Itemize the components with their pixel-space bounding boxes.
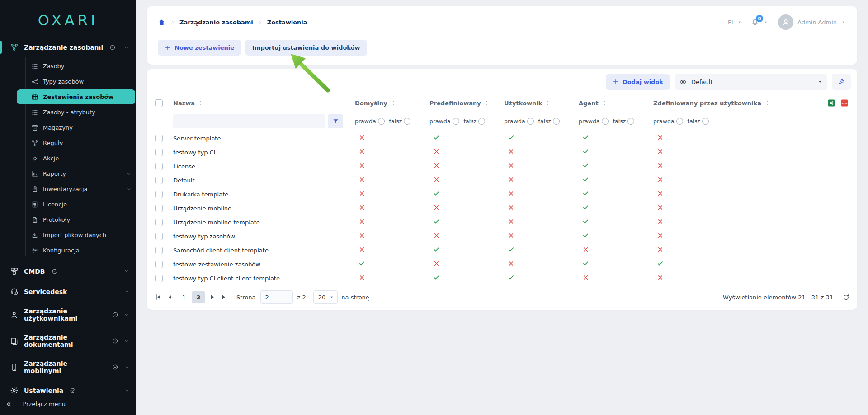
dots-icon[interactable] (545, 100, 551, 106)
sidebar-item-protokoly[interactable]: Protokoły (17, 212, 135, 227)
row-checkbox[interactable] (155, 219, 163, 226)
nazwa-filter-input[interactable] (173, 114, 325, 128)
filter-false-radio-domyslny[interactable] (404, 118, 410, 125)
select-all-checkbox[interactable] (155, 99, 163, 107)
first-page-button[interactable] (154, 293, 162, 301)
dots-icon[interactable] (390, 100, 396, 106)
row-checkbox[interactable] (155, 149, 163, 156)
filter-true-label: prawda (429, 118, 451, 125)
row-checkbox[interactable] (155, 191, 163, 198)
row-checkbox[interactable] (155, 233, 163, 240)
table-row-license[interactable]: License (147, 159, 857, 173)
item-label: Protokoły (43, 216, 70, 223)
filter-false-radio-zdefiniowany-przez-uzytkownika[interactable] (702, 118, 709, 125)
filter-false-radio-predefiniowany[interactable] (478, 118, 485, 125)
page-1-button[interactable]: 1 (178, 291, 190, 303)
filter-button[interactable] (328, 114, 343, 128)
dots-icon[interactable] (198, 100, 204, 106)
table-row-urzadzenie-mobilne[interactable]: Urządzenie mobilne (147, 201, 857, 215)
sidebar-section-zarzadzanie-dokumentami[interactable]: Zarządzanie dokumentami (0, 328, 136, 354)
row-checkbox[interactable] (155, 247, 163, 254)
documents-icon (10, 337, 19, 345)
home-icon[interactable] (158, 19, 165, 26)
excel-icon[interactable] (827, 98, 836, 107)
sidebar-section-zarzadzanie-uzytkownikami[interactable]: Zarządzanie użytkownikami (0, 302, 136, 328)
breadcrumb-page-link[interactable]: Zestawienia (267, 19, 307, 26)
dots-icon[interactable] (601, 100, 608, 106)
filter-false-radio-agent[interactable] (627, 118, 634, 125)
view-settings-button[interactable] (832, 74, 851, 90)
next-page-button[interactable] (208, 293, 217, 301)
sidebar-item-magazyny[interactable]: Magazyny (17, 120, 135, 135)
sidebar-item-typy-zasobow[interactable]: Typy zasobów (17, 74, 135, 89)
sidebar-section-servicedesk[interactable]: Servicedesk (0, 281, 136, 302)
prev-page-button[interactable] (166, 293, 174, 301)
table-row-samochod-client-client-template[interactable]: Samochód client client template (147, 243, 857, 257)
sidebar-item-zasoby[interactable]: Zasoby (17, 59, 135, 74)
refresh-button[interactable] (842, 294, 850, 301)
filter-true-radio-zdefiniowany-przez-uzytkownika[interactable] (676, 118, 683, 125)
page-size-select[interactable]: 20 (313, 290, 338, 304)
menu-toggle-button[interactable]: « Przełącz menu (0, 396, 136, 412)
filter-false-radio-uzytkownik[interactable] (553, 118, 560, 125)
row-checkbox[interactable] (155, 205, 163, 212)
sidebar-item-zasoby-atrybuty[interactable]: Zasoby - atrybuty (17, 105, 135, 120)
check-icon (433, 190, 440, 197)
row-checkbox[interactable] (155, 275, 163, 282)
import-settings-button[interactable]: Importuj ustawienia do widoków (245, 40, 367, 56)
sidebar-item-import-plikow-danych[interactable]: Import plików danych (17, 228, 135, 242)
table-row-default[interactable]: Default (147, 173, 857, 187)
new-zestawienie-button[interactable]: Nowe zestawienie (158, 40, 241, 56)
sidebar-item-licencje[interactable]: Licencje (17, 197, 135, 212)
add-view-button[interactable]: Dodaj widok (606, 74, 670, 90)
table-row-testowy-typ-ci[interactable]: testowy typ CI (147, 145, 857, 159)
item-label: Licencje (43, 201, 67, 208)
sidebar-item-reguly[interactable]: Reguły (17, 135, 135, 150)
filter-true-radio-agent[interactable] (602, 118, 609, 125)
row-checkbox[interactable] (155, 261, 163, 268)
sidebar-item-akcje[interactable]: Akcje (17, 151, 135, 166)
caret-down-icon[interactable] (841, 19, 846, 25)
section-label: CMDB (24, 268, 45, 275)
sidebar-item-raporty[interactable]: Raporty (17, 166, 135, 181)
filter-true-radio-uzytkownik[interactable] (527, 118, 534, 125)
caret-down-icon[interactable] (763, 19, 769, 25)
language-selector[interactable]: PL (728, 19, 742, 26)
row-checkbox[interactable] (155, 163, 163, 170)
dots-icon[interactable] (764, 100, 770, 106)
dots-icon[interactable] (484, 100, 490, 106)
sidebar-section-cmdb[interactable]: CMDB (0, 261, 136, 281)
sidebar-item-inwentaryzacja[interactable]: Inwentaryzacja (17, 182, 135, 196)
row-checkbox[interactable] (155, 135, 163, 142)
table-row-testowe-zestawienie-zasobow[interactable]: testowe zestawienie zasobów (147, 257, 857, 271)
last-page-button[interactable] (220, 293, 228, 301)
pdf-icon[interactable]: PDF (840, 98, 849, 107)
table-row-testowy-typ-ci-client-client-template[interactable]: testowy typ CI client client template (147, 271, 857, 285)
view-selector[interactable]: Default (675, 74, 827, 90)
item-label: Zasoby (43, 63, 65, 70)
table-row-urzadzenie-mobilne-template[interactable]: Urządzenie mobilne template (147, 215, 857, 229)
table-row-drukarka-template[interactable]: Drukarka template (147, 187, 857, 201)
item-label: Konfiguracja (43, 247, 80, 254)
new-zestawienie-label: Nowe zestawienie (175, 44, 234, 51)
table-card: Dodaj widok Default NazwaDomyślnyPredefi… (147, 69, 857, 310)
page-2-button[interactable]: 2 (192, 291, 205, 303)
table-row-server-template[interactable]: Server template (147, 131, 857, 145)
cross-icon (508, 190, 514, 199)
notifications-button[interactable]: 0 (751, 18, 759, 26)
check-icon (508, 274, 514, 283)
page-number-input[interactable] (260, 290, 293, 304)
breadcrumb-section-link[interactable]: Zarządzanie zasobami (179, 19, 253, 26)
check-icon (582, 148, 589, 157)
filter-true-radio-domyslny[interactable] (378, 118, 385, 125)
per-page-label: na stronę (341, 294, 369, 301)
sidebar-section-zarzadzanie-mobilnymi[interactable]: Zarządzanie mobilnymi (0, 354, 136, 380)
row-checkbox[interactable] (155, 177, 163, 184)
avatar[interactable] (778, 14, 793, 30)
sidebar-item-konfiguracja[interactable]: Konfiguracja (17, 243, 135, 258)
table-row-testowy-typ-zasobow[interactable]: testowy typ zasobów (147, 229, 857, 243)
section-label: Ustawienia (24, 387, 63, 394)
sidebar-section-zarzadzanie-zasobami[interactable]: Zarządzanie zasobami (0, 37, 136, 57)
filter-true-radio-predefiniowany[interactable] (453, 118, 459, 125)
sidebar-item-zestawienia-zasobow[interactable]: Zestawienia zasobów (17, 89, 135, 104)
